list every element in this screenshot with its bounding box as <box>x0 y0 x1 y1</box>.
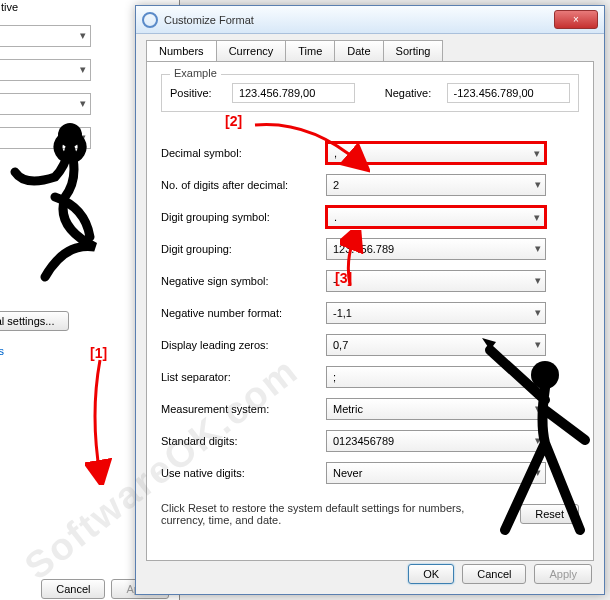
label-grouping: Digit grouping: <box>161 243 326 255</box>
tab-strip: Numbers Currency Time Date Sorting <box>136 34 604 61</box>
tab-time[interactable]: Time <box>285 40 335 61</box>
tab-date[interactable]: Date <box>334 40 383 61</box>
select-grouping[interactable]: 123.456.789 <box>326 238 546 260</box>
globe-icon <box>142 12 158 28</box>
dialog-title: Customize Format <box>164 14 554 26</box>
select-neg-format[interactable]: -1,1 <box>326 302 546 324</box>
ok-button[interactable]: OK <box>408 564 454 584</box>
tab-body: Example Positive: 123.456.789,00 Negativ… <box>146 61 594 561</box>
select-digits-after[interactable]: 2 <box>326 174 546 196</box>
titlebar: Customize Format × <box>136 6 604 34</box>
label-native-digits: Use native digits: <box>161 467 326 479</box>
select-std-digits[interactable]: 0123456789 <box>326 430 546 452</box>
label-std-digits: Standard digits: <box>161 435 326 447</box>
additional-settings-button[interactable]: Additional settings... <box>0 311 69 331</box>
reset-text: Click Reset to restore the system defaul… <box>161 502 510 526</box>
example-group: Example Positive: 123.456.789,00 Negativ… <box>161 74 579 112</box>
label-neg-sign: Negative sign symbol: <box>161 275 326 287</box>
select-grouping-symbol[interactable]: . <box>326 206 546 228</box>
bg-dropdown[interactable] <box>0 59 91 81</box>
cancel-button[interactable]: Cancel <box>462 564 526 584</box>
negative-label: Negative: <box>385 87 437 99</box>
tab-currency[interactable]: Currency <box>216 40 287 61</box>
bg-tab: tive <box>1 1 18 13</box>
select-leading-zeros[interactable]: 0,7 <box>326 334 546 356</box>
label-digits-after: No. of digits after decimal: <box>161 179 326 191</box>
reset-button[interactable]: Reset <box>520 504 579 524</box>
label-list-sep: List separator: <box>161 371 326 383</box>
tab-numbers[interactable]: Numbers <box>146 40 217 61</box>
select-list-sep[interactable]: ; <box>326 366 546 388</box>
bg-cancel-button[interactable]: Cancel <box>41 579 105 599</box>
apply-button: Apply <box>534 564 592 584</box>
positive-value: 123.456.789,00 <box>232 83 355 103</box>
example-legend: Example <box>170 67 221 79</box>
label-grouping-symbol: Digit grouping symbol: <box>161 211 326 223</box>
positive-label: Positive: <box>170 87 222 99</box>
select-measurement[interactable]: Metric <box>326 398 546 420</box>
bg-dropdown[interactable] <box>0 127 91 149</box>
label-decimal-symbol: Decimal symbol: <box>161 147 326 159</box>
bg-dropdown[interactable] <box>0 25 91 47</box>
label-leading-zeros: Display leading zeros: <box>161 339 326 351</box>
select-neg-sign[interactable]: - <box>326 270 546 292</box>
customize-format-dialog: Customize Format × Numbers Currency Time… <box>135 5 605 595</box>
tab-sorting[interactable]: Sorting <box>383 40 444 61</box>
close-button[interactable]: × <box>554 10 598 29</box>
label-neg-format: Negative number format: <box>161 307 326 319</box>
label-measurement: Measurement system: <box>161 403 326 415</box>
bg-dropdown[interactable] <box>0 93 91 115</box>
select-native-digits[interactable]: Never <box>326 462 546 484</box>
negative-value: -123.456.789,00 <box>447 83 570 103</box>
select-decimal-symbol[interactable]: , <box>326 142 546 164</box>
